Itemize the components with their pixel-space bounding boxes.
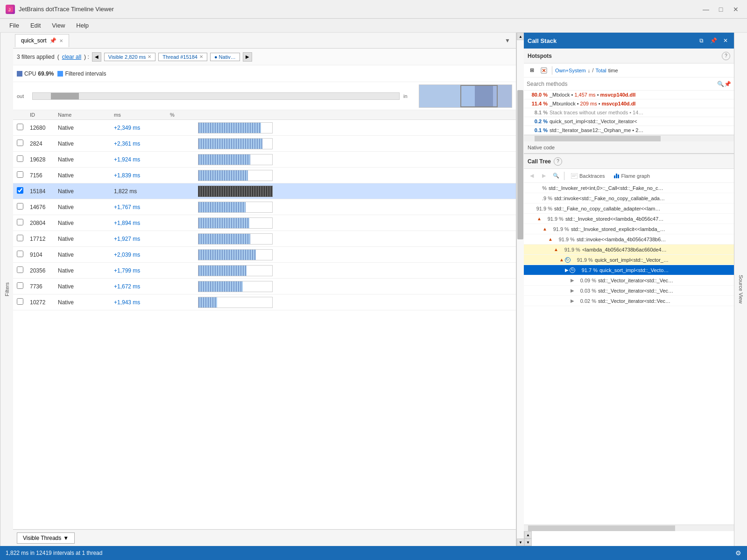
thread-row[interactable]: 9104 Native +2,039 ms: [13, 247, 516, 263]
thread-bar-fill-7156: [198, 170, 248, 181]
thread-row[interactable]: 14676 Native +1,767 ms: [13, 199, 516, 215]
ct-backtraces-btn[interactable]: Backtraces: [567, 172, 608, 180]
ct-item-invoke-lambda[interactable]: ▲ 91.9 % std::invoke<<lambda_4b056c4738b…: [524, 234, 734, 245]
thread-row[interactable]: 12680 Native +2,349 ms: [13, 120, 516, 136]
call-tree-title: Call Tree: [528, 158, 551, 165]
ct-item-invoke[interactable]: .9 % std::invoke<std::_Fake_no_copy_call…: [524, 193, 734, 203]
ct-item-quicksort-impl-selected[interactable]: ▶ ↻ 91.7 % quick_sort_impl<std::_Vecto…: [524, 265, 734, 275]
hotspot-item-mtxlock[interactable]: 80.0 % _Mtxlock • 1,457 ms • msvcp140d.d…: [524, 91, 734, 99]
scroll-arrow-down[interactable]: ▼: [517, 539, 524, 546]
ct-back-btn[interactable]: ◀: [527, 171, 537, 181]
menu-help[interactable]: Help: [70, 20, 94, 31]
thread-bar-14676: [198, 202, 273, 213]
thread-row[interactable]: 2824 Native +2,361 ms: [13, 136, 516, 152]
call-tree-hscroll[interactable]: [524, 525, 734, 531]
right-scroll-arrow-down[interactable]: ▼: [524, 539, 532, 546]
thread-bar-17712: [198, 233, 273, 245]
ct-item-lambda[interactable]: ▲ 91.9 % <lambda_4b056c4738b6ac660de4…: [524, 245, 734, 255]
svg-text:J: J: [8, 7, 11, 12]
thread-checkbox-10272[interactable]: [17, 298, 23, 305]
ct-forward-btn[interactable]: ▶: [539, 171, 549, 181]
thread-row[interactable]: 19628 Native +1,924 ms: [13, 152, 516, 168]
hotspots-search-input[interactable]: [527, 81, 717, 87]
thread-checkbox-17712[interactable]: [17, 235, 23, 241]
ct-search-btn[interactable]: 🔍: [551, 171, 561, 181]
tab-close-icon[interactable]: ✕: [59, 38, 63, 43]
ct-pct-11: 0.03 %: [575, 288, 596, 294]
hotspot-item-stacktraces[interactable]: 8.1 % Stack traces without user methods …: [524, 108, 734, 117]
thread-checkbox-7156[interactable]: [17, 171, 23, 178]
thread-checkbox-7736[interactable]: [17, 282, 23, 289]
call-tree-hscroll-thumb[interactable]: [528, 525, 675, 531]
hotspots-hscroll[interactable]: [524, 135, 734, 141]
close-button[interactable]: ✕: [730, 4, 741, 15]
scroll-arrow-up[interactable]: ▲: [517, 33, 524, 40]
tab-dropdown[interactable]: ▼: [501, 35, 514, 46]
ct-item-vector-iter-3[interactable]: ▶ 0.02 % std::_Vector_iterator<std::Vec…: [524, 296, 734, 306]
call-stack-popout-btn[interactable]: ⧉: [697, 36, 706, 45]
thread-checkbox-14676[interactable]: [17, 203, 23, 210]
thread-checkbox-20804[interactable]: [17, 219, 23, 225]
call-tree-help-btn[interactable]: ?: [554, 157, 562, 166]
ct-item-invoke-stored-explicit[interactable]: ▲ 91.9 % std::_Invoke_stored_explicit<<l…: [524, 224, 734, 234]
call-stack-pin-btn[interactable]: 📌: [709, 36, 718, 45]
filter-tag-visible-remove[interactable]: ✕: [148, 54, 151, 59]
native-code-label: Native code: [528, 145, 555, 150]
visible-threads-button[interactable]: Visible Threads ▼: [17, 532, 75, 544]
filter-clear-all[interactable]: clear all: [62, 54, 81, 60]
filter-nav-prev[interactable]: ◀: [92, 52, 101, 62]
menu-file[interactable]: File: [4, 20, 25, 31]
filter-nav-next[interactable]: ▶: [243, 52, 252, 62]
call-stack-close-btn[interactable]: ✕: [721, 36, 730, 45]
thread-row[interactable]: 20804 Native +1,894 ms: [13, 215, 516, 231]
status-settings-icon[interactable]: ⚙: [735, 549, 741, 557]
hs-x-btn[interactable]: [539, 65, 549, 76]
search-pin-icon[interactable]: 📌: [724, 81, 731, 87]
menu-view[interactable]: View: [46, 20, 70, 31]
hotspots-toolbar: ⊞ Own+System ↓ / Total time: [524, 63, 734, 77]
scroll-thumb[interactable]: [51, 93, 79, 99]
hs-own-system-label[interactable]: Own+System: [555, 68, 586, 73]
maximize-button[interactable]: □: [715, 4, 726, 15]
thread-checkbox-15184[interactable]: [17, 187, 23, 194]
menu-edit[interactable]: Edit: [25, 20, 46, 31]
scroll-track-left[interactable]: [517, 40, 524, 539]
thread-row[interactable]: 10272 Native +1,943 ms: [13, 294, 516, 310]
ct-item-vector-iter-1[interactable]: ▶ 0.09 % std::_Vector_iterator<std::_Vec…: [524, 275, 734, 286]
ct-flamegraph-btn[interactable]: Flame graph: [610, 172, 654, 180]
ct-item-fake-copy[interactable]: 91.9 % std::_Fake_no_copy_callable_adapt…: [524, 203, 734, 214]
thread-checkbox-20356[interactable]: [17, 266, 23, 273]
ct-item-invoker-ret[interactable]: % std::_Invoker_ret<int,0>::_Call<std::_…: [524, 183, 734, 193]
thread-row[interactable]: 17712 Native +1,927 ms: [13, 231, 516, 247]
scroll-thumb-left[interactable]: [517, 90, 523, 239]
hotspots-help-btn[interactable]: ?: [722, 52, 730, 60]
filters-sidebar[interactable]: Filters: [0, 33, 13, 546]
thread-checkbox-19628[interactable]: [17, 155, 23, 162]
thread-checkbox-9104[interactable]: [17, 251, 23, 257]
thread-row-selected[interactable]: 15184 Native 1,822 ms: [13, 183, 516, 199]
scroll-track[interactable]: [32, 92, 400, 100]
search-icon[interactable]: 🔍: [717, 81, 724, 87]
thread-row[interactable]: 7736 Native +1,672 ms: [13, 279, 516, 294]
right-scroll-arrow-up[interactable]: ▲: [524, 531, 532, 539]
hs-total-label[interactable]: Total: [596, 68, 606, 73]
quick-sort-tab[interactable]: quick_sort 📌 ✕: [15, 34, 69, 47]
hotspot-item-iterator[interactable]: 0.1 % std::_Iterator_base12::_Orphan_me …: [524, 126, 734, 135]
timeline-minimap[interactable]: [419, 84, 512, 108]
ct-pct-6: 91.9 %: [554, 237, 575, 242]
hs-grid-btn[interactable]: ⊞: [527, 65, 537, 76]
ct-item-vector-iter-2[interactable]: ▶ 0.03 % std::_Vector_iterator<std::_Vec…: [524, 286, 734, 296]
filter-tag-thread-remove[interactable]: ✕: [199, 54, 203, 59]
thread-row[interactable]: 20356 Native +1,799 ms: [13, 263, 516, 279]
thread-checkbox-12680[interactable]: [17, 124, 23, 130]
hotspot-item-mtxunlock[interactable]: 11.4 % _Mtxunlock • 209 ms • msvcp140d.d…: [524, 99, 734, 108]
thread-checkbox-2824[interactable]: [17, 140, 23, 146]
cpu-label: CPU 69.9%: [17, 70, 54, 77]
ct-item-invoke-stored[interactable]: ▲ 91.9 % std::_Invoke_stored<<lambda_4b0…: [524, 214, 734, 224]
source-view-sidebar[interactable]: Source View: [734, 33, 747, 546]
hotspot-item-quicksort[interactable]: 0.2 % quick_sort_impl<std::_Vector_itera…: [524, 117, 734, 126]
minimize-button[interactable]: —: [700, 4, 712, 15]
ct-item-quicksort-impl[interactable]: ▲ ↻ 91.9 % quick_sort_impl<std::_Vector_…: [524, 255, 734, 265]
thread-row[interactable]: 7156 Native +1,839 ms: [13, 168, 516, 183]
hs-hscroll-thumb[interactable]: [535, 136, 661, 141]
